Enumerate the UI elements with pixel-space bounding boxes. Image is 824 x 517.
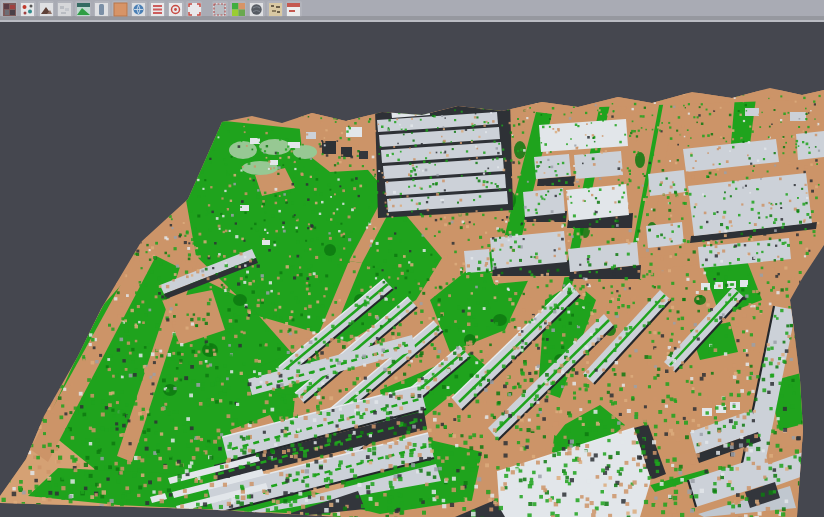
vegetation-model-icon[interactable] [75,1,91,17]
icon-glyph [131,2,146,17]
viewport-3d-canvas[interactable] [0,24,824,517]
layer-list-icon[interactable] [149,1,165,17]
raster-image-icon[interactable] [1,1,17,17]
target-circle-icon[interactable] [168,1,184,17]
toolbar [0,0,824,22]
tie-points-icon[interactable] [20,1,36,17]
orthomosaic-icon[interactable] [112,1,128,17]
icon-glyph [268,2,283,17]
icon-glyph [94,2,109,17]
classification-map-icon[interactable] [230,1,246,17]
icon-glyph [212,2,227,17]
shaded-sphere-icon[interactable] [249,1,265,17]
icon-glyph [20,2,35,17]
globe-view-icon[interactable] [131,1,147,17]
icon-glyph [249,2,264,17]
point-cloud-icon[interactable] [57,1,73,17]
viewport-3d[interactable] [0,24,824,517]
building-model-icon[interactable] [94,1,110,17]
icon-glyph [168,2,183,17]
annotated-map-icon[interactable] [267,1,283,17]
grid-selection-icon[interactable] [212,1,228,17]
icon-glyph [76,2,91,17]
icon-glyph [39,2,54,17]
icon-glyph [113,2,128,17]
icon-glyph [150,2,165,17]
icon-glyph [2,2,17,17]
flagged-tile-icon[interactable] [286,1,302,17]
crop-region-icon[interactable] [186,1,202,17]
icon-glyph [57,2,72,17]
icon-glyph [231,2,246,17]
terrain-model-icon[interactable] [38,1,54,17]
icon-glyph [286,2,301,17]
application-window [0,0,824,517]
icon-glyph [187,2,202,17]
